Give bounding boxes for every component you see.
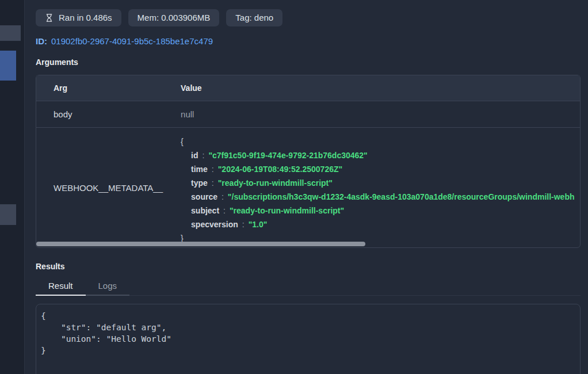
result-json-code: { "str": "default arg", "union": "Hello … (41, 310, 574, 356)
sidebar-node-top[interactable] (0, 25, 21, 41)
tag-badge: Tag: deno (226, 9, 282, 26)
json-entry: source:"/subscriptions/h3c3qw-d1232-4asd… (181, 190, 580, 204)
result-output: { "str": "default arg", "union": "Hello … (36, 304, 581, 374)
json-separator: : (223, 206, 226, 215)
horizontal-scrollbar[interactable] (36, 242, 365, 246)
json-separator: : (212, 178, 214, 188)
hourglass-icon (45, 13, 54, 22)
results-heading: Results (36, 262, 581, 271)
sidebar-node-bottom[interactable] (0, 204, 16, 225)
arg-value-body: null (163, 101, 580, 128)
json-value: "2024-06-19T08:49:52.2500726Z" (218, 165, 342, 174)
json-separator: : (242, 220, 245, 229)
json-entry: type:"ready-to-run-windmill-script" (181, 176, 580, 190)
json-key: subject (191, 206, 219, 215)
tab-result[interactable]: Result (36, 277, 86, 296)
arguments-table: Arg Value body null WEBHOOK__METADATA__ … (36, 75, 581, 248)
table-row: body null (36, 101, 580, 128)
json-key: time (191, 165, 208, 174)
code-line: } (41, 345, 574, 356)
json-key: specversion (191, 220, 238, 229)
flow-sidebar (0, 0, 25, 374)
memory-badge: Mem: 0.003906MB (128, 9, 220, 26)
json-value: "c7f91c50-9f19-474e-9792-21b76dc30462" (208, 151, 367, 160)
column-header-value: Value (163, 75, 580, 101)
arg-value-metadata: { id:"c7f91c50-9f19-474e-9792-21b76dc304… (163, 128, 580, 247)
json-key: type (191, 178, 208, 188)
arg-name-body: body (36, 101, 163, 128)
arguments-heading: Arguments (36, 58, 581, 67)
code-line: { (41, 310, 574, 322)
arg-name-metadata: WEBHOOK__METADATA__ (36, 128, 163, 247)
json-separator: : (222, 192, 224, 201)
json-separator: : (203, 151, 205, 160)
tab-logs[interactable]: Logs (86, 277, 130, 296)
job-run-panel: Ran in 0.486s Mem: 0.003906MB Tag: deno … (25, 0, 588, 374)
results-tabs: Result Logs (36, 277, 581, 296)
arguments-table-wrap: Arg Value body null WEBHOOK__METADATA__ … (36, 75, 581, 248)
runtime-badge-label: Ran in 0.486s (59, 13, 112, 23)
json-entry: specversion:"1.0" (181, 217, 580, 231)
column-header-arg: Arg (36, 75, 163, 101)
job-stats-row: Ran in 0.486s Mem: 0.003906MB Tag: deno (36, 9, 581, 26)
code-line: "union": "Hello World" (41, 333, 574, 345)
json-viewer: { id:"c7f91c50-9f19-474e-9792-21b76dc304… (181, 135, 580, 245)
memory-badge-label: Mem: 0.003906MB (138, 13, 211, 23)
json-entry: subject:"ready-to-run-windmill-script" (181, 204, 580, 217)
table-row: WEBHOOK__METADATA__ { id:"c7f91c50-9f19-… (36, 128, 580, 247)
job-id-link[interactable]: 01902fb0-2967-4091-9b5c-185be1e7c479 (51, 36, 213, 46)
json-key: source (191, 192, 217, 201)
code-line: "str": "default arg", (41, 322, 574, 333)
runtime-badge: Ran in 0.486s (36, 9, 121, 26)
tag-badge-label: Tag: deno (235, 13, 273, 23)
table-header-row: Arg Value (36, 75, 580, 101)
json-entry: id:"c7f91c50-9f19-474e-9792-21b76dc30462… (181, 148, 580, 162)
json-open-brace: { (181, 135, 580, 148)
job-id-line: ID:01902fb0-2967-4091-9b5c-185be1e7c479 (36, 36, 581, 46)
app-root: Ran in 0.486s Mem: 0.003906MB Tag: deno … (0, 0, 588, 374)
json-value: "/subscriptions/h3c3qw-d1232-4asdk-9easd… (228, 192, 575, 201)
job-id-label: ID: (36, 36, 47, 46)
json-value: "1.0" (249, 220, 268, 229)
json-value: "ready-to-run-windmill-script" (230, 206, 344, 215)
sidebar-node-selected[interactable] (0, 51, 16, 81)
json-key: id (191, 151, 198, 160)
json-separator: : (212, 165, 214, 174)
json-entry: time:"2024-06-19T08:49:52.2500726Z" (181, 162, 580, 176)
json-value: "ready-to-run-windmill-script" (218, 178, 333, 188)
